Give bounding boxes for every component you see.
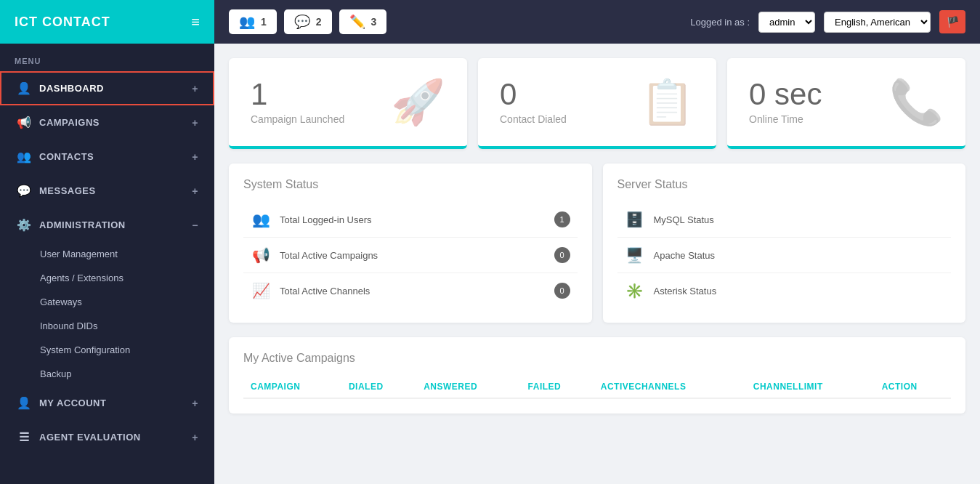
sidebar-item-administration[interactable]: ⚙️ ADMINISTRATION − — [0, 208, 214, 242]
stat-icon-dialed: 📋 — [640, 76, 694, 128]
sidebar-item-contacts[interactable]: 👥 CONTACTS + — [0, 140, 214, 174]
active-campaigns-badge: 0 — [554, 247, 570, 263]
sub-user-management[interactable]: User Management — [0, 242, 214, 266]
stat-number-campaign: 1 — [251, 79, 344, 110]
sidebar-item-messages[interactable]: 💬 MESSAGES + — [0, 174, 214, 208]
stat-text-campaign: 1 Campaign Launched — [251, 79, 344, 125]
my-account-plus: + — [192, 398, 198, 409]
campaigns-icon: 📢 — [16, 116, 32, 129]
administration-plus: − — [192, 219, 198, 231]
users-icon: 👥 — [251, 211, 271, 228]
dashboard-icon: 👤 — [16, 81, 32, 95]
campaign-icon: 📢 — [251, 246, 271, 264]
sidebar-item-my-account[interactable]: 👤 MY ACCOUNT + — [0, 386, 214, 420]
flag-icon: 🏴 — [947, 16, 959, 28]
col-campaign: CAMPAIGN — [243, 376, 341, 398]
campaigns-plus: + — [192, 117, 198, 129]
sidebar-item-label-campaigns: CAMPAIGNS — [39, 117, 100, 128]
messages-plus: + — [192, 185, 198, 197]
logged-in-label: Logged in as : — [690, 17, 750, 28]
stat-card-contact-dialed: 0 Contact Dialed 📋 — [478, 58, 716, 149]
administration-icon: ⚙️ — [16, 218, 32, 232]
mysql-label: MySQL Status — [654, 214, 714, 225]
stat-icon-campaign: 🚀 — [391, 76, 445, 128]
sidebar-item-label-messages: MESSAGES — [39, 185, 96, 196]
sidebar-item-label-administration: ADMINISTRATION — [39, 219, 126, 230]
sub-system-configuration[interactable]: System Configuration — [0, 338, 214, 362]
stat-number-dialed: 0 — [500, 79, 567, 110]
campaigns-panel-title: My Active Campaigns — [243, 352, 951, 365]
sidebar-item-label-dashboard: DASHBOARD — [39, 83, 104, 94]
tab-icon-2: 💬 — [294, 14, 310, 30]
language-select[interactable]: English, American — [824, 12, 931, 33]
campaigns-panel: My Active Campaigns CAMPAIGN DIALED ANSW… — [229, 337, 965, 414]
logged-users-badge: 1 — [554, 211, 570, 227]
asterisk-icon: ✳️ — [625, 282, 645, 299]
stat-card-online-time: 0 sec Online Time 📞 — [727, 58, 965, 149]
asterisk-label: Asterisk Status — [654, 286, 717, 297]
channels-icon: 📈 — [251, 282, 271, 299]
col-dialed: DIALED — [341, 376, 416, 398]
dashboard-plus: + — [192, 83, 198, 94]
stat-text-dialed: 0 Contact Dialed — [500, 79, 567, 125]
system-status-title: System Status — [243, 178, 578, 191]
sidebar-item-campaigns[interactable]: 📢 CAMPAIGNS + — [0, 105, 214, 140]
active-campaigns-label: Total Active Campaigns — [280, 250, 378, 261]
stats-row: 1 Campaign Launched 🚀 0 Contact Dialed 📋… — [229, 58, 965, 149]
sidebar-item-label-contacts: CONTACTS — [39, 151, 94, 162]
stat-icon-online: 📞 — [889, 76, 944, 128]
status-apache: 🖥️ Apache Status — [617, 238, 952, 273]
tab-icon-1: 👥 — [239, 14, 255, 30]
flag-button[interactable]: 🏴 — [939, 10, 965, 33]
tab-number-1: 1 — [261, 16, 267, 28]
col-failed: FAILED — [521, 376, 594, 398]
active-channels-badge: 0 — [554, 283, 570, 299]
tab-button-3[interactable]: ✏️ 3 — [339, 9, 387, 34]
apache-label: Apache Status — [654, 250, 716, 261]
campaigns-table-header: CAMPAIGN DIALED ANSWERED FAILED ACTIVECH… — [243, 376, 951, 398]
content-area: 1 Campaign Launched 🚀 0 Contact Dialed 📋… — [214, 44, 980, 484]
stat-label-online: Online Time — [749, 113, 822, 125]
admin-select[interactable]: admin — [758, 12, 815, 33]
status-active-channels: 📈 Total Active Channels 0 — [243, 273, 578, 308]
status-panels-row: System Status 👥 Total Logged-in Users 1 … — [229, 164, 965, 323]
brand-title: ICT CONTACT — [15, 15, 110, 30]
tab-button-1[interactable]: 👥 1 — [229, 9, 277, 34]
main-area: 👥 1 💬 2 ✏️ 3 Logged in as : admin Englis… — [214, 0, 980, 484]
header-right: Logged in as : admin English, American 🏴 — [690, 10, 965, 33]
sidebar-item-label-my-account: MY ACCOUNT — [39, 398, 106, 408]
tab-number-3: 3 — [371, 16, 377, 28]
status-logged-users: 👥 Total Logged-in Users 1 — [243, 202, 578, 238]
top-header: 👥 1 💬 2 ✏️ 3 Logged in as : admin Englis… — [214, 0, 980, 44]
contacts-plus: + — [192, 151, 198, 163]
sub-backup[interactable]: Backup — [0, 362, 214, 386]
stat-label-campaign: Campaign Launched — [251, 113, 344, 125]
active-channels-label: Total Active Channels — [280, 286, 370, 297]
agent-eval-icon: ☰ — [16, 430, 32, 444]
col-activechannels: ACTIVECHANNELS — [594, 376, 746, 398]
mysql-icon: 🗄️ — [625, 211, 645, 228]
hamburger-icon[interactable]: ≡ — [191, 14, 200, 31]
system-status-panel: System Status 👥 Total Logged-in Users 1 … — [229, 164, 592, 323]
col-action: ACTION — [875, 376, 951, 398]
server-status-title: Server Status — [617, 178, 952, 191]
sidebar-item-dashboard[interactable]: 👤 DASHBOARD + — [0, 71, 214, 105]
tab-number-2: 2 — [316, 16, 322, 28]
my-account-icon: 👤 — [16, 396, 32, 410]
status-active-campaigns: 📢 Total Active Campaigns 0 — [243, 238, 578, 273]
status-mysql: 🗄️ MySQL Status — [617, 202, 952, 238]
sidebar-item-agent-evaluation[interactable]: ☰ AGENT EVALUATION + — [0, 420, 214, 454]
tab-button-2[interactable]: 💬 2 — [284, 9, 332, 34]
sub-inbound-dids[interactable]: Inbound DIDs — [0, 314, 214, 338]
contacts-icon: 👥 — [16, 150, 32, 164]
status-asterisk: ✳️ Asterisk Status — [617, 273, 952, 308]
col-channellimit: CHANNELLIMIT — [746, 376, 875, 398]
sidebar-brand: ICT CONTACT ≡ — [0, 0, 214, 44]
stat-card-campaign-launched: 1 Campaign Launched 🚀 — [229, 58, 467, 149]
logged-users-label: Total Logged-in Users — [280, 214, 371, 225]
messages-icon: 💬 — [16, 184, 32, 198]
sub-agents-extensions[interactable]: Agents / Extensions — [0, 266, 214, 290]
sidebar: ICT CONTACT ≡ MENU 👤 DASHBOARD + 📢 CAMPA… — [0, 0, 214, 484]
stat-label-dialed: Contact Dialed — [500, 113, 567, 125]
sub-gateways[interactable]: Gateways — [0, 290, 214, 314]
